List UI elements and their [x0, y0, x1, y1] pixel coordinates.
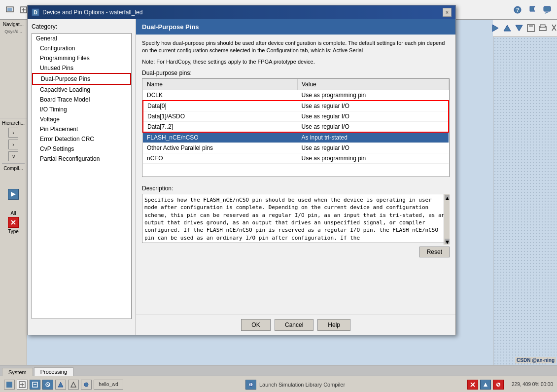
- tb-up-icon[interactable]: [502, 22, 512, 34]
- launch-label[interactable]: Launch Simulation Library Compiler: [259, 382, 345, 388]
- category-item-dual-purpose-pins[interactable]: Dual-Purpose Pins: [32, 73, 131, 85]
- right-toolbar: ?: [493, 0, 557, 20]
- category-item-io-timing[interactable]: I/O Timing: [32, 105, 131, 114]
- reset-btn-row: Reset: [142, 247, 450, 257]
- all-label: All: [1, 211, 26, 216]
- table-cell-name: Data[0]: [143, 101, 297, 111]
- hello-wd-label[interactable]: hello_wd: [94, 380, 123, 390]
- status-icon-5[interactable]: [55, 380, 66, 390]
- table-cell-value: Use as regular I/O: [297, 111, 449, 121]
- hierarch-label: Hierarch...: [1, 120, 26, 126]
- status-icon-6[interactable]: [68, 380, 79, 390]
- tb-down-icon[interactable]: [514, 22, 524, 34]
- status-icon-4[interactable]: [42, 380, 53, 390]
- desc-label: Description:: [142, 185, 450, 192]
- red-icon-1[interactable]: [467, 380, 478, 390]
- svg-rect-1: [7, 8, 12, 11]
- tb-save-icon[interactable]: [526, 22, 536, 34]
- table-cell-name: Data[1]/ASDO: [143, 111, 297, 121]
- chat-icon-btn[interactable]: [541, 4, 553, 16]
- table-cell-value: Use as programming pin: [297, 90, 449, 101]
- content-header: Dual-Purpose Pins: [136, 19, 455, 35]
- compil-label: Compil...: [1, 166, 26, 171]
- blue-arrow-btn[interactable]: [8, 189, 19, 200]
- category-item-board-trace-model[interactable]: Board Trace Model: [32, 95, 131, 105]
- pins-label: Dual-purpose pins:: [142, 70, 450, 76]
- second-toolbar: [493, 20, 557, 37]
- bottom-statusbar: System Processing: [0, 365, 557, 392]
- scrollbar[interactable]: ▲ ▼: [444, 194, 450, 245]
- category-item-error-detection-crc[interactable]: Error Detection CRC: [32, 134, 131, 144]
- table-row[interactable]: FLASH_nCE/nCSOAs input tri-stated: [143, 132, 449, 143]
- cancel-button[interactable]: Cancel: [275, 319, 313, 331]
- help-icon-btn[interactable]: ?: [512, 4, 523, 16]
- launch-area: Launch Simulation Library Compiler: [127, 380, 463, 390]
- tab-processing[interactable]: Processing: [34, 367, 73, 376]
- svg-marker-29: [71, 382, 76, 387]
- main-description: Specify how dual-purpose pins should be …: [142, 39, 450, 55]
- type-label: Type: [1, 229, 26, 234]
- svg-rect-10: [529, 25, 533, 27]
- dialog-close-button[interactable]: ×: [443, 8, 452, 17]
- nav-right-arrow2[interactable]: ›: [8, 140, 18, 149]
- nav-down-arrow[interactable]: ∨: [8, 151, 18, 161]
- dialog-app-icon: D: [32, 8, 39, 16]
- left-sidebar-area: Navigat... Qsys/d... Hierarch... › › ∨ C…: [0, 20, 27, 365]
- launch-icon[interactable]: [245, 380, 256, 390]
- toolbar-icon-1[interactable]: [4, 4, 16, 16]
- category-item-capacitive-loading[interactable]: Capacitive Loading: [32, 85, 131, 95]
- table-row[interactable]: Data[1]/ASDOUse as regular I/O: [143, 111, 449, 121]
- reset-button[interactable]: Reset: [419, 247, 450, 257]
- tb-cut-icon[interactable]: [550, 22, 557, 34]
- dialog-titlebar: D Device and Pin Options - waterfall_led…: [28, 5, 455, 19]
- right-dotted-panel: ed: [493, 37, 557, 365]
- svg-marker-35: [484, 383, 487, 387]
- dialog-body: Category: General Configuration Programm…: [28, 19, 455, 335]
- status-icon-3[interactable]: [30, 380, 40, 390]
- svg-marker-15: [11, 192, 16, 197]
- status-icon-7[interactable]: [81, 380, 92, 390]
- col-value: Value: [297, 79, 449, 90]
- dialog-window: D Device and Pin Options - waterfall_led…: [27, 5, 456, 335]
- svg-marker-7: [504, 25, 511, 31]
- table-row[interactable]: Other Active Parallel pinsUse as regular…: [143, 143, 449, 153]
- category-item-cvp-settings[interactable]: CvP Settings: [32, 144, 131, 154]
- category-item-general[interactable]: General: [32, 34, 131, 43]
- category-item-pin-placement[interactable]: Pin Placement: [32, 124, 131, 134]
- dialog-title: Device and Pin Options - waterfall_led: [42, 9, 142, 16]
- table-cell-value: Use as regular I/O: [297, 143, 449, 153]
- table-row[interactable]: nCEOUse as programming pin: [143, 153, 449, 163]
- table-cell-name: Data[7..2]: [143, 121, 297, 132]
- category-item-voltage[interactable]: Voltage: [32, 114, 131, 124]
- qsys-label: Qsys/d...: [1, 29, 26, 34]
- svg-rect-12: [540, 25, 545, 28]
- nav-right-arrow[interactable]: ›: [8, 128, 18, 138]
- table-row[interactable]: DCLKUse as programming pin: [143, 90, 449, 101]
- category-panel: Category: General Configuration Programm…: [28, 19, 136, 335]
- dialog-footer: OK Cancel Help: [136, 315, 455, 335]
- tb-compile-icon[interactable]: [490, 22, 500, 34]
- col-name: Name: [143, 79, 297, 90]
- right-status-icons: [467, 380, 504, 390]
- category-item-programming-files[interactable]: Programming Files: [32, 53, 131, 63]
- status-icon-1[interactable]: [4, 380, 15, 390]
- watermark: CSDN @an-ning: [515, 357, 556, 363]
- status-icon-2[interactable]: [17, 380, 28, 390]
- table-row[interactable]: Data[0]Use as regular I/O: [143, 101, 449, 111]
- table-cell-name: DCLK: [143, 90, 297, 101]
- red-icon-2[interactable]: [493, 380, 504, 390]
- svg-marker-28: [58, 382, 63, 387]
- flag-icon-btn[interactable]: [526, 4, 538, 16]
- ok-button[interactable]: OK: [241, 319, 271, 331]
- blue-icon-status[interactable]: [480, 380, 491, 390]
- red-x-btn[interactable]: [8, 217, 19, 228]
- help-button[interactable]: Help: [317, 319, 350, 331]
- desc-textarea[interactable]: [142, 194, 450, 243]
- category-item-configuration[interactable]: Configuration: [32, 43, 131, 53]
- tb-print-icon[interactable]: [538, 22, 548, 34]
- tab-system[interactable]: System: [2, 368, 33, 376]
- category-item-partial-reconfiguration[interactable]: Partial Reconfiguration: [32, 154, 131, 164]
- svg-marker-6: [492, 25, 498, 32]
- category-item-unused-pins[interactable]: Unused Pins: [32, 63, 131, 73]
- table-row[interactable]: Data[7..2]Use as regular I/O: [143, 121, 449, 132]
